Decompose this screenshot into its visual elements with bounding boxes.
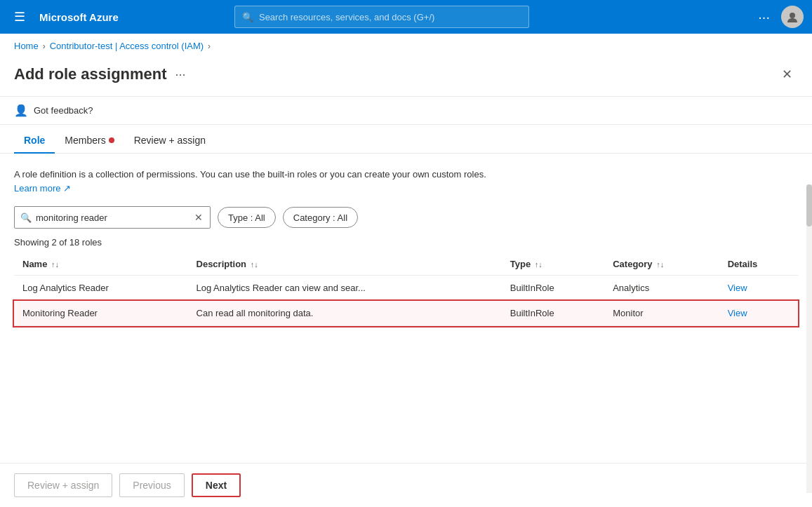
next-button[interactable]: Next (192, 473, 241, 497)
feedback-bar: 👤 Got feedback? (0, 97, 812, 125)
col-details: Details (719, 253, 798, 276)
top-navbar: ☰ Microsoft Azure 🔍 ··· (0, 0, 812, 34)
app-title: Microsoft Azure (39, 11, 119, 23)
breadcrumb-iam[interactable]: Contributor-test | Access control (IAM) (50, 41, 204, 51)
col-category: Category ↑↓ (604, 253, 719, 276)
review-assign-button[interactable]: Review + assign (14, 473, 112, 497)
category-filter-button[interactable]: Category : All (283, 207, 358, 228)
search-icon: 🔍 (242, 12, 253, 22)
user-avatar[interactable] (781, 6, 804, 28)
showing-count: Showing 2 of 18 roles (14, 237, 798, 248)
page-header-more[interactable]: ··· (175, 67, 186, 82)
row-1-category: Monitor (604, 301, 719, 326)
table-row[interactable]: Monitoring Reader Can read all monitorin… (14, 301, 798, 326)
feedback-icon: 👤 (14, 104, 28, 117)
breadcrumb-sep-1: › (43, 41, 46, 51)
tab-review-assign[interactable]: Review + assign (124, 128, 215, 153)
nav-right-actions: ··· (752, 6, 804, 28)
table-header-row: Name ↑↓ Description ↑↓ Type ↑↓ Category … (14, 253, 798, 276)
external-link-icon: ↗ (63, 183, 71, 194)
global-search-input[interactable] (259, 12, 521, 22)
breadcrumb-home[interactable]: Home (14, 41, 39, 51)
sort-category-icon[interactable]: ↑↓ (656, 260, 664, 269)
roles-table: Name ↑↓ Description ↑↓ Type ↑↓ Category … (14, 253, 798, 326)
row-1-description: Can read all monitoring data. (188, 301, 502, 326)
row-0-view-link[interactable]: View (728, 283, 747, 293)
row-1-details[interactable]: View (719, 301, 798, 326)
description-text: A role definition is a collection of per… (14, 168, 505, 195)
role-search-input[interactable] (36, 212, 189, 223)
tab-members[interactable]: Members (55, 128, 124, 153)
table-row[interactable]: Log Analytics Reader Log Analytics Reade… (14, 276, 798, 301)
close-button[interactable]: ✕ (776, 64, 798, 85)
tab-review-label: Review + assign (134, 135, 206, 146)
svg-point-0 (790, 13, 795, 18)
scrollbar-track[interactable] (806, 184, 812, 493)
sort-name-icon[interactable]: ↑↓ (51, 260, 59, 269)
global-search-box[interactable]: 🔍 (234, 6, 529, 28)
sort-type-icon[interactable]: ↑↓ (535, 260, 543, 269)
tab-bar: Role Members Review + assign (0, 128, 812, 154)
page-header: Add role assignment ··· ✕ (0, 58, 812, 97)
members-dot (109, 137, 114, 143)
tab-role[interactable]: Role (14, 128, 55, 153)
search-box-icon: 🔍 (20, 212, 32, 223)
sort-description-icon[interactable]: ↑↓ (251, 260, 258, 269)
row-1-name: Monitoring Reader (14, 301, 188, 326)
row-0-type: BuiltInRole (502, 276, 604, 301)
feedback-text: Got feedback? (34, 105, 93, 116)
previous-button[interactable]: Previous (119, 473, 184, 497)
tab-members-label: Members (65, 135, 105, 146)
filters-row: 🔍 ✕ Type : All Category : All (14, 206, 798, 229)
tab-role-label: Role (24, 135, 45, 146)
row-0-description: Log Analytics Reader can view and sear..… (188, 276, 502, 301)
row-0-category: Analytics (604, 276, 719, 301)
page-title: Add role assignment (14, 65, 167, 83)
hamburger-menu[interactable]: ☰ (8, 4, 31, 30)
row-1-view-link[interactable]: View (728, 308, 747, 318)
row-1-type: BuiltInRole (502, 301, 604, 326)
breadcrumb-sep-2: › (208, 41, 211, 51)
learn-more-link[interactable]: Learn more ↗ (14, 183, 71, 194)
row-0-details[interactable]: View (719, 276, 798, 301)
breadcrumb: Home › Contributor-test | Access control… (0, 34, 812, 58)
col-type: Type ↑↓ (502, 253, 604, 276)
role-search-box[interactable]: 🔍 ✕ (14, 206, 211, 229)
nav-more-options[interactable]: ··· (752, 6, 776, 28)
type-filter-button[interactable]: Type : All (218, 207, 276, 228)
row-0-name: Log Analytics Reader (14, 276, 188, 301)
content-area: A role definition is a collection of per… (0, 154, 812, 463)
search-clear-button[interactable]: ✕ (193, 212, 204, 223)
col-description: Description ↑↓ (188, 253, 502, 276)
col-name: Name ↑↓ (14, 253, 188, 276)
main-container: Home › Contributor-test | Access control… (0, 34, 812, 507)
scrollbar-thumb[interactable] (806, 184, 812, 227)
footer-actions: Review + assign Previous Next (0, 463, 812, 507)
